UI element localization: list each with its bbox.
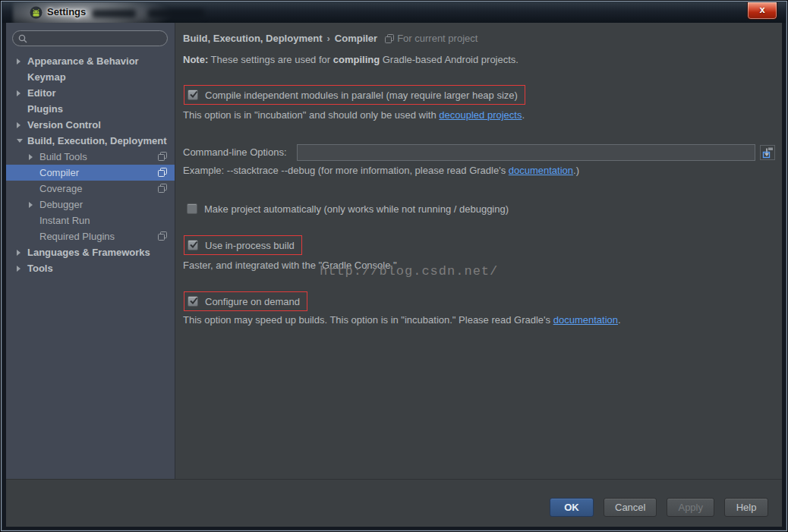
project-level-icon	[158, 168, 167, 177]
chevron-right-icon[interactable]	[17, 266, 20, 272]
sidebar-item-coverage[interactable]: Coverage	[6, 181, 175, 197]
title-bar: Settings x	[2, 2, 786, 23]
apply-button[interactable]: Apply	[667, 498, 714, 517]
project-level-icon	[158, 152, 167, 161]
cancel-button[interactable]: Cancel	[604, 498, 657, 517]
settings-sidebar: Appearance & Behavior Keymap Editor Plug…	[6, 23, 175, 480]
in-process-build-checkbox[interactable]	[188, 240, 198, 250]
sidebar-item-languages-frameworks[interactable]: Languages & Frameworks	[6, 244, 175, 260]
gradle-documentation-link[interactable]: documentation	[509, 165, 573, 176]
breadcrumb-category: Build, Execution, Deployment	[183, 33, 322, 44]
redacted-text-blur	[148, 9, 204, 18]
compile-parallel-label: Compile independent modules in parallel …	[205, 90, 518, 101]
close-button[interactable]: x	[747, 2, 777, 20]
note-label: Note:	[183, 54, 208, 65]
chevron-right-icon[interactable]	[17, 90, 20, 96]
scope-label: For current project	[397, 33, 478, 44]
dialog-buttons: OK Cancel Apply Help	[550, 498, 768, 517]
compile-parallel-checkbox[interactable]	[188, 90, 198, 100]
sidebar-item-tools[interactable]: Tools	[6, 260, 175, 276]
sidebar-item-compiler[interactable]: Compiler	[6, 165, 175, 181]
sidebar-item-build-tools[interactable]: Build Tools	[6, 149, 175, 165]
option-make-automatically: Make project automatically (only works w…	[184, 199, 515, 219]
expand-arrow-icon	[761, 146, 774, 159]
chevron-right-icon[interactable]	[17, 122, 20, 128]
sidebar-item-plugins[interactable]: Plugins	[6, 101, 175, 117]
configure-on-demand-checkbox[interactable]	[188, 296, 198, 307]
cmdline-options-label: Command-line Options:	[183, 144, 287, 161]
sidebar-item-instant-run[interactable]: Instant Run	[6, 212, 175, 228]
ok-button[interactable]: OK	[550, 498, 594, 517]
option-configure-on-demand: Configure on demand	[184, 291, 307, 311]
configure-on-demand-label: Configure on demand	[205, 296, 300, 307]
cmdline-options-row: Command-line Options:	[183, 144, 776, 161]
search-input[interactable]	[31, 33, 163, 45]
settings-window: Settings x Appearance & Behavior	[0, 0, 788, 532]
note-text: Note: These settings are used for compil…	[183, 54, 519, 65]
csdn-watermark: http://blog.csdn.net/	[320, 264, 498, 279]
settings-search-box[interactable]	[12, 30, 168, 46]
sidebar-item-keymap[interactable]: Keymap	[6, 69, 175, 85]
scope-indicator: For current project	[385, 33, 478, 44]
project-level-icon	[385, 34, 394, 43]
chevron-right-icon[interactable]	[29, 154, 33, 160]
note-emphasis: compiling	[333, 54, 380, 65]
decoupled-projects-link[interactable]: decoupled projects	[439, 109, 522, 121]
project-level-icon	[158, 184, 167, 193]
android-studio-icon	[30, 6, 43, 19]
breadcrumb: Build, Execution, Deployment › Compiler …	[183, 33, 478, 44]
compiler-settings-panel: Build, Execution, Deployment › Compiler …	[175, 23, 782, 480]
breadcrumb-page: Compiler	[335, 33, 377, 44]
make-automatically-checkbox[interactable]	[187, 203, 197, 214]
cmdline-example-hint: Example: --stacktrace --debug (for more …	[183, 165, 579, 176]
settings-dialog: Appearance & Behavior Keymap Editor Plug…	[6, 23, 782, 527]
sidebar-item-build-execution-deployment[interactable]: Build, Execution, Deployment	[6, 133, 175, 149]
chevron-down-icon[interactable]	[17, 139, 23, 143]
gradle-documentation-link[interactable]: documentation	[553, 314, 618, 326]
settings-tree: Appearance & Behavior Keymap Editor Plug…	[6, 53, 175, 276]
help-button[interactable]: Help	[724, 498, 768, 517]
checkmark-icon	[188, 295, 199, 306]
chevron-right-icon[interactable]	[17, 58, 20, 65]
checkmark-icon	[188, 239, 199, 250]
search-icon	[18, 34, 27, 43]
option-compile-parallel: Compile independent modules in parallel …	[184, 85, 525, 105]
sidebar-item-version-control[interactable]: Version Control	[6, 117, 175, 133]
sidebar-item-debugger[interactable]: Debugger	[6, 197, 175, 212]
breadcrumb-separator: ›	[326, 33, 329, 44]
dialog-footer: OK Cancel Apply Help	[6, 479, 782, 527]
sidebar-item-editor[interactable]: Editor	[6, 85, 175, 101]
in-process-build-label: Use in-process build	[205, 240, 295, 251]
expand-field-button[interactable]	[760, 145, 775, 160]
checkmark-icon	[188, 89, 199, 99]
project-level-icon	[158, 231, 167, 241]
configure-on-demand-hint: This option may speed up builds. This op…	[183, 314, 621, 326]
window-title: Settings	[47, 6, 86, 17]
sidebar-item-required-plugins[interactable]: Required Plugins	[6, 228, 175, 244]
option-in-process-build: Use in-process build	[184, 235, 302, 255]
cmdline-options-input[interactable]	[297, 144, 755, 161]
make-automatically-label: Make project automatically (only works w…	[204, 203, 509, 215]
redacted-text-blur	[92, 9, 136, 18]
chevron-right-icon[interactable]	[29, 202, 33, 208]
compile-parallel-hint: This option is in "incubation" and shoul…	[183, 109, 525, 121]
chevron-right-icon[interactable]	[17, 250, 20, 256]
sidebar-item-appearance-behavior[interactable]: Appearance & Behavior	[6, 53, 175, 69]
